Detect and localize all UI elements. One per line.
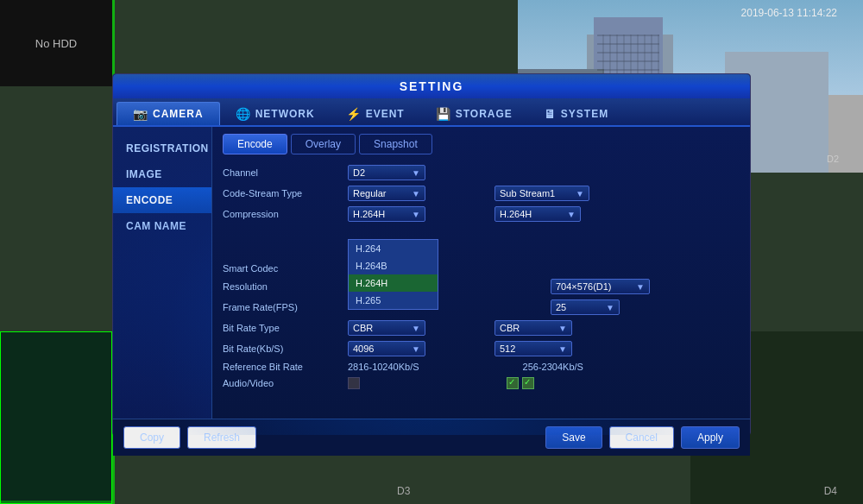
event-icon: ⚡	[346, 107, 362, 121]
copy-button[interactable]: Copy	[123, 426, 180, 449]
reference-bit-rate-label: Reference Bit Rate	[223, 362, 348, 372]
smart-codec-label: Smart Codec	[223, 263, 348, 274]
audio-video-label: Audio/Video	[223, 378, 348, 388]
compression-arrow-icon: ▼	[412, 210, 420, 219]
sub-tab-encode-label: Encode	[237, 138, 273, 150]
tab-event[interactable]: ⚡ EVENT	[331, 102, 420, 125]
code-stream-select[interactable]: Regular ▼	[348, 186, 425, 201]
frame-rate-right-select[interactable]: 25 ▼	[551, 299, 620, 315]
code-stream-value: Regular	[353, 188, 387, 198]
apply-button[interactable]: Apply	[681, 426, 740, 449]
bit-rate-row: Bit Rate(Kb/S) 4096 ▼ 512 ▼	[223, 341, 740, 356]
dropdown-item-h264b[interactable]: H.264B	[349, 257, 438, 274]
dropdown-h265-label: H.265	[356, 295, 381, 306]
bit-rate-type-select[interactable]: CBR ▼	[348, 320, 425, 336]
dropdown-h264-label: H.264	[356, 243, 381, 254]
dropdown-h264h-label: H.264H	[356, 278, 387, 288]
compression-select[interactable]: H.264H ▼	[348, 206, 425, 222]
bit-rate-type-value: CBR	[353, 323, 373, 333]
frame-rate-right-value: 25	[556, 302, 566, 312]
reference-bit-rate-right-value: 256-2304Kb/S	[523, 362, 583, 372]
setting-dialog: SETTING 📷 CAMERA 🌐 NETWORK ⚡ EVENT 💾 STO…	[112, 73, 751, 436]
resolution-right-arrow-icon: ▼	[636, 282, 645, 292]
timestamp: 2019-06-13 11:14:22	[741, 7, 837, 19]
dropdown-h264b-label: H.264B	[356, 261, 387, 271]
bit-rate-right-value: 512	[500, 343, 515, 354]
code-stream-label: Code-Stream Type	[223, 188, 348, 198]
compression-right-select[interactable]: H.264H ▼	[494, 206, 581, 222]
sub-tab-bar: Encode Overlay Snapshot	[223, 134, 740, 154]
right-buttons: Save Cancel Apply	[545, 426, 740, 449]
sidebar-item-encode[interactable]: ENCODE	[113, 187, 211, 213]
sub-tab-encode[interactable]: Encode	[223, 134, 287, 154]
code-stream-row: Code-Stream Type Regular ▼ Sub Stream1 ▼	[223, 186, 740, 201]
audio-video-checkbox-check[interactable]	[522, 377, 534, 389]
camera-icon: 📷	[133, 107, 148, 121]
audio-video-checkbox-left[interactable]	[348, 377, 360, 389]
bit-rate-arrow-icon: ▼	[412, 344, 420, 354]
cam-label-d3: D3	[397, 485, 410, 497]
save-button[interactable]: Save	[545, 426, 602, 449]
code-stream-right-arrow-icon: ▼	[576, 189, 584, 198]
code-stream-right-select[interactable]: Sub Stream1 ▼	[494, 186, 589, 201]
code-stream-right-value: Sub Stream1	[500, 188, 555, 198]
reference-bit-rate-row: Reference Bit Rate 2816-10240Kb/S 256-23…	[223, 362, 740, 372]
tab-network-label: NETWORK	[255, 108, 315, 120]
audio-video-checkbox-right[interactable]	[507, 377, 519, 389]
sub-tab-overlay[interactable]: Overlay	[291, 134, 356, 154]
refresh-button[interactable]: Refresh	[187, 426, 256, 449]
bit-rate-label: Bit Rate(Kb/S)	[223, 343, 348, 354]
system-icon: 🖥	[544, 107, 557, 121]
smart-codec-row: Smart Codec	[223, 263, 740, 274]
compression-dropdown: H.264 H.264B H.264H H.265	[348, 239, 438, 310]
resolution-label: Resolution	[223, 281, 348, 292]
dropdown-item-h265[interactable]: H.265	[349, 292, 438, 309]
sidebar-item-registration[interactable]: REGISTRATION	[113, 135, 211, 161]
code-stream-arrow-icon: ▼	[412, 189, 420, 198]
storage-icon: 💾	[436, 107, 451, 121]
bit-rate-right-select[interactable]: 512 ▼	[494, 341, 572, 356]
channel-value: D2	[353, 167, 365, 178]
compression-value: H.264H	[353, 209, 385, 219]
tab-network[interactable]: 🌐 NETWORK	[220, 102, 331, 125]
channel-arrow-icon: ▼	[412, 168, 420, 178]
button-bar: Copy Refresh Save Cancel Apply	[113, 419, 750, 456]
dialog-title: SETTING	[113, 74, 750, 98]
bit-rate-right-arrow-icon: ▼	[558, 344, 567, 354]
sidebar-camname-label: CAM NAME	[126, 220, 186, 232]
tab-storage[interactable]: 💾 STORAGE	[420, 102, 528, 125]
main-content: Encode Overlay Snapshot Channel D2 ▼	[212, 127, 750, 419]
channel-label: Channel	[223, 167, 348, 178]
frame-rate-label: Frame Rate(FPS)	[223, 302, 348, 312]
bit-rate-type-right-select[interactable]: CBR ▼	[494, 320, 572, 336]
compression-row: Compression H.264H ▼ H.264H ▼ H.264 H.26…	[223, 206, 740, 222]
sub-tab-snapshot[interactable]: Snapshot	[359, 134, 432, 154]
tab-bar: 📷 CAMERA 🌐 NETWORK ⚡ EVENT 💾 STORAGE 🖥 S…	[113, 98, 750, 127]
hdd-label: No HDD	[35, 37, 77, 50]
cancel-button[interactable]: Cancel	[609, 426, 674, 449]
resolution-right-select[interactable]: 704×576(D1) ▼	[551, 279, 650, 294]
audio-video-row: Audio/Video	[223, 377, 740, 389]
tab-camera[interactable]: 📷 CAMERA	[117, 102, 220, 125]
dropdown-item-h264h[interactable]: H.264H	[349, 274, 438, 292]
cam-label-d2: D2	[827, 154, 839, 164]
network-icon: 🌐	[236, 107, 251, 121]
sidebar-image-label: IMAGE	[126, 168, 162, 180]
tab-system-label: SYSTEM	[561, 108, 608, 120]
compression-right-value: H.264H	[500, 209, 532, 219]
channel-select[interactable]: D2 ▼	[348, 165, 425, 180]
sidebar-registration-label: REGISTRATION	[126, 142, 209, 154]
sub-tab-overlay-label: Overlay	[306, 138, 341, 150]
sidebar: REGISTRATION IMAGE ENCODE CAM NAME	[113, 127, 212, 419]
tab-camera-label: CAMERA	[153, 108, 204, 120]
bit-rate-type-label: Bit Rate Type	[223, 323, 348, 333]
sidebar-item-image[interactable]: IMAGE	[113, 161, 211, 187]
left-buttons: Copy Refresh	[123, 426, 256, 449]
cam-label-d4: D4	[824, 485, 837, 497]
bit-rate-type-arrow-icon: ▼	[412, 324, 420, 333]
tab-system[interactable]: 🖥 SYSTEM	[528, 102, 624, 125]
bit-rate-select[interactable]: 4096 ▼	[348, 341, 425, 356]
bit-rate-value: 4096	[353, 343, 374, 354]
sidebar-item-camname[interactable]: CAM NAME	[113, 213, 211, 239]
dropdown-item-h264[interactable]: H.264	[349, 240, 438, 257]
